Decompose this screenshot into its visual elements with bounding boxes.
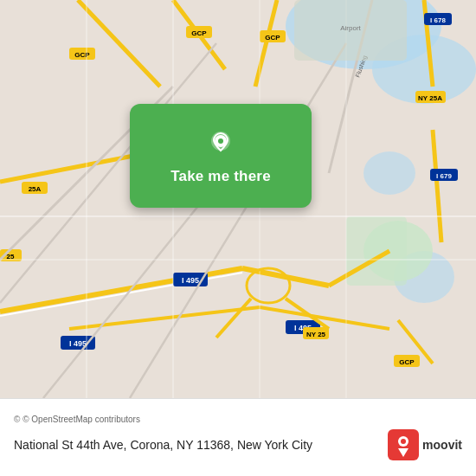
moovit-label: moovit xyxy=(422,438,462,452)
svg-text:GCP: GCP xyxy=(191,29,207,37)
moovit-icon xyxy=(388,429,419,460)
address-text: National St 44th Ave, Corona, NY 11368, … xyxy=(14,438,377,452)
address-row: National St 44th Ave, Corona, NY 11368, … xyxy=(14,429,462,460)
location-pin-icon xyxy=(203,126,238,161)
svg-text:GCP: GCP xyxy=(265,34,280,42)
action-card[interactable]: Take me there xyxy=(130,104,312,208)
openstreetmap-credit: © OpenStreetMap contributors xyxy=(23,415,140,424)
take-me-there-button[interactable]: Take me there xyxy=(170,168,271,185)
svg-text:GCP: GCP xyxy=(399,358,415,366)
svg-text:GCP: GCP xyxy=(74,51,90,59)
copyright-icon: © xyxy=(14,415,20,424)
svg-text:NY 25: NY 25 xyxy=(306,331,326,338)
bottom-bar: © © OpenStreetMap contributors National … xyxy=(0,398,476,476)
svg-text:25A: 25A xyxy=(29,185,42,193)
svg-text:I 495: I 495 xyxy=(182,276,199,285)
map-container: I 495 I 495 I 495 25A NY 25 25 GCP GCP G… xyxy=(0,0,476,398)
svg-text:I 678: I 678 xyxy=(430,16,446,24)
svg-text:I 679: I 679 xyxy=(436,172,452,180)
svg-point-3 xyxy=(363,151,415,195)
copyright-text: © © OpenStreetMap contributors xyxy=(14,415,462,424)
svg-point-69 xyxy=(401,439,406,444)
svg-text:Airport: Airport xyxy=(340,24,361,32)
svg-rect-6 xyxy=(346,216,407,286)
moovit-logo[interactable]: moovit xyxy=(388,429,462,460)
svg-point-66 xyxy=(218,138,223,144)
svg-text:NY 25A: NY 25A xyxy=(418,94,442,102)
